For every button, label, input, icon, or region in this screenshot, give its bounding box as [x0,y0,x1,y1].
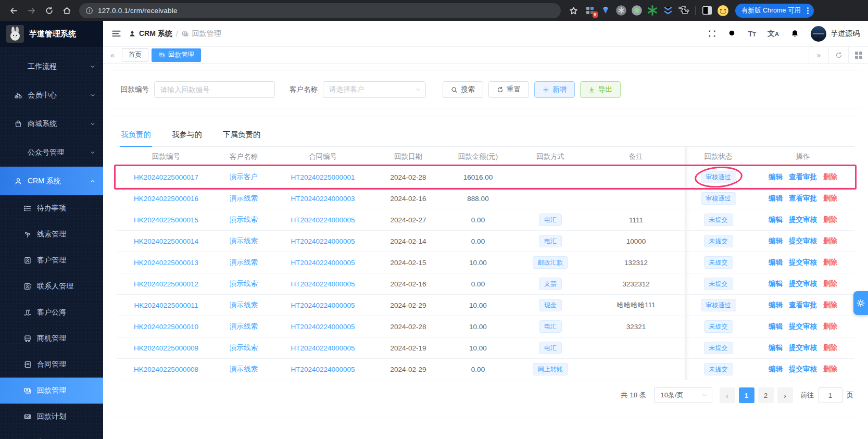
sidebar-subitem-回款计划[interactable]: 回款计划 [0,404,103,430]
receivable-no-link[interactable]: HK20240225000017 [117,167,216,187]
action-编辑[interactable]: 编辑 [769,236,783,246]
action-提交审核[interactable]: 提交审核 [789,322,817,331]
address-bar[interactable]: 127.0.0.1/crm/receivable [79,3,561,18]
extension-gem-icon[interactable] [599,4,612,17]
action-编辑[interactable]: 编辑 [769,215,783,224]
contract-link[interactable]: HT20240225000001 [272,167,374,187]
contract-link[interactable]: HT20240224000005 [272,273,374,294]
page-button-2[interactable]: 2 [758,387,774,403]
tag-回款管理[interactable]: 回款管理 [152,48,201,62]
user-menu[interactable]: 芋道源码 [811,26,860,42]
prev-page-button[interactable]: ‹ [720,387,735,403]
extension-star-icon[interactable] [646,4,659,17]
customer-link[interactable]: 演示线索 [216,188,272,209]
customer-link[interactable]: 演示线索 [216,273,272,294]
next-page-button[interactable]: › [777,387,793,403]
action-删除[interactable]: 删除 [823,172,837,182]
action-删除[interactable]: 删除 [823,365,837,374]
contract-link[interactable]: HT20240224000005 [272,359,374,380]
sidebar-item-商城系统[interactable]: 商城系统 [0,109,103,138]
receivable-no-link[interactable]: HK20240225000010 [117,316,216,337]
fullscreen-icon[interactable] [708,29,716,38]
tab-我负责的[interactable]: 我负责的 [120,123,152,147]
action-删除[interactable]: 删除 [823,279,837,289]
action-提交审核[interactable]: 提交审核 [789,279,817,289]
breadcrumb-receivable[interactable]: 回款管理 [182,29,221,39]
customer-link[interactable]: 演示线索 [216,231,272,252]
search-icon[interactable] [728,29,737,38]
back-icon[interactable] [6,3,21,18]
action-查看审批[interactable]: 查看审批 [789,194,817,203]
sidebar-subitem-客户管理[interactable]: 客户管理 [0,247,103,273]
sidebar-item-工作流程[interactable]: 工作流程 [0,52,103,81]
action-删除[interactable]: 删除 [823,194,837,203]
home-icon[interactable] [59,3,74,18]
contract-link[interactable]: HT20240224000005 [272,209,374,230]
tags-collapse-icon[interactable]: « [103,47,122,63]
extension-blocker-icon[interactable]: 6 [584,4,596,17]
add-button[interactable]: 新增 [534,81,575,98]
action-编辑[interactable]: 编辑 [769,194,783,203]
font-size-icon[interactable]: TT [748,30,756,38]
action-删除[interactable]: 删除 [823,322,837,331]
customer-link[interactable]: 演示线索 [216,359,272,380]
sidebar-subitem-线索管理[interactable]: 线索管理 [0,221,103,247]
extension-record-icon[interactable] [631,4,643,17]
action-提交审核[interactable]: 提交审核 [789,236,817,246]
notification-bell-icon[interactable] [790,29,799,38]
extensions-puzzle-icon[interactable] [677,4,690,17]
sidebar-subitem-回款管理[interactable]: 回款管理 [0,378,103,404]
contract-link[interactable]: HT20240224000005 [272,337,374,358]
extension-chevrons-icon[interactable] [662,4,674,17]
bookmark-star-icon[interactable] [566,3,581,18]
action-删除[interactable]: 删除 [823,215,837,224]
contract-link[interactable]: HT20240224000003 [272,188,374,209]
breadcrumb-crm[interactable]: CRM 系统 [129,29,172,39]
reset-button[interactable]: 重置 [488,81,529,98]
action-删除[interactable]: 删除 [823,300,837,310]
tab-下属负责的[interactable]: 下属负责的 [222,123,262,147]
action-提交审核[interactable]: 提交审核 [789,258,817,267]
reload-icon[interactable] [42,3,56,18]
action-编辑[interactable]: 编辑 [769,365,783,374]
page-button-1[interactable]: 1 [739,387,754,403]
search-button[interactable]: 搜索 [443,81,483,98]
extension-orb-icon[interactable] [615,4,627,17]
action-编辑[interactable]: 编辑 [769,300,783,310]
tag-首页[interactable]: 首页 [122,48,148,62]
profile-avatar-icon[interactable] [716,4,729,17]
sidebar-item-CRM 系统[interactable]: CRM 系统 [0,167,103,195]
receivable-no-link[interactable]: HK20240225000016 [117,188,216,209]
action-删除[interactable]: 删除 [823,343,837,353]
receivable-no-link[interactable]: HK20240225000008 [117,359,216,380]
sidebar-subitem-产品管理[interactable]: 产品管理 [0,430,103,439]
action-编辑[interactable]: 编辑 [769,322,783,331]
customer-link[interactable]: 演示客户 [216,167,272,187]
hamburger-menu-icon[interactable] [111,29,121,39]
forward-icon[interactable] [24,3,39,18]
goto-page-input[interactable] [819,387,842,403]
sidebar-subitem-合同管理[interactable]: 合同管理 [0,352,103,378]
chrome-update-pill[interactable]: 有新版 Chrome 可用 [735,4,814,18]
side-panel-icon[interactable] [701,4,713,17]
page-size-select[interactable]: 10条/页 [654,387,712,403]
tags-refresh-icon[interactable] [828,47,848,63]
sidebar-subitem-客户公海[interactable]: 客户公海 [0,299,103,325]
action-删除[interactable]: 删除 [823,236,837,246]
url-text[interactable]: 127.0.0.1/crm/receivable [98,7,178,15]
settings-gear-button[interactable] [853,291,868,315]
action-查看审批[interactable]: 查看审批 [789,300,817,310]
action-提交审核[interactable]: 提交审核 [789,343,817,353]
contract-link[interactable]: HT20240224000005 [272,231,374,252]
site-info-icon[interactable] [85,7,93,15]
sidebar-item-会员中心[interactable]: 会员中心 [0,81,103,109]
action-编辑[interactable]: 编辑 [769,258,783,267]
contract-link[interactable]: HT20240224000005 [272,316,374,337]
receivable-no-link[interactable]: HK20240225000009 [117,337,216,358]
action-提交审核[interactable]: 提交审核 [789,215,817,224]
customer-select[interactable]: 请选择客户 [323,81,426,98]
action-编辑[interactable]: 编辑 [769,279,783,289]
contract-link[interactable]: HT20240224000005 [272,252,374,273]
action-删除[interactable]: 删除 [823,258,837,267]
export-button[interactable]: 导出 [580,81,621,98]
